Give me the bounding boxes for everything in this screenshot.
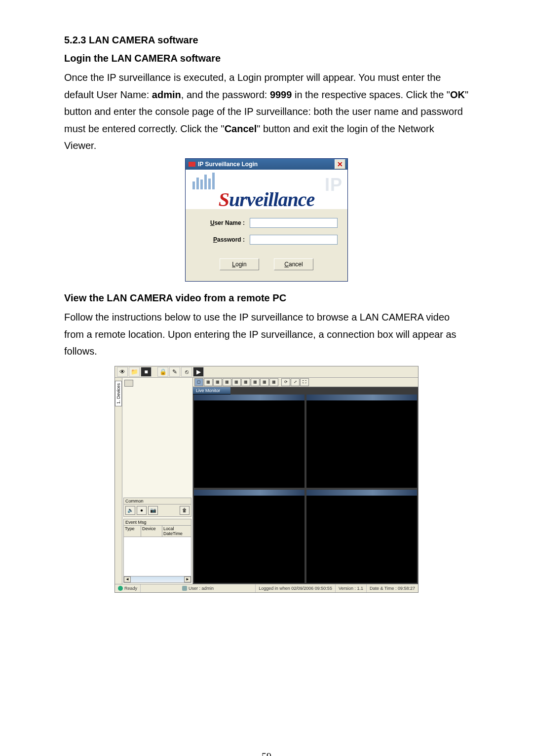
titlebar: IP Surveillance Login ✕ <box>186 159 347 170</box>
status-version: Version : 1.1 <box>336 584 367 592</box>
layout-16-icon[interactable]: ▦ <box>269 378 278 386</box>
common-title: Common <box>124 498 191 504</box>
toolbar-camera-icon[interactable]: ■ <box>141 367 152 377</box>
status-datetime: Date & Time : 09:58:27 <box>367 584 418 592</box>
toolbar-logout-icon[interactable]: ⎋ <box>181 367 192 377</box>
video-cell-3[interactable] <box>194 490 305 583</box>
event-msg-panel: Event Msg Type Device Local DateTime ◄ ► <box>123 519 191 583</box>
col-type[interactable]: Type <box>124 526 141 537</box>
side-tab-label: 1. Devices <box>115 381 122 406</box>
text-bold-cancel: Cancel <box>225 123 257 134</box>
video-cell-titlebar <box>306 490 417 496</box>
device-tree[interactable] <box>122 378 192 497</box>
video-cell-2[interactable] <box>306 395 417 488</box>
login-dialog: IP Surveillance Login ✕ IP Surveillance … <box>185 158 348 282</box>
video-cell-1[interactable] <box>194 395 305 488</box>
username-input[interactable] <box>250 218 338 228</box>
layout-seq-icon[interactable]: ⟳ <box>281 378 290 386</box>
layout-full-icon[interactable]: ⛶ <box>300 378 309 386</box>
layout-9-icon[interactable]: ▦ <box>251 378 260 386</box>
toolbar-folder-icon[interactable]: 📁 <box>129 367 140 377</box>
toolbar-exit-icon[interactable]: ▶ <box>193 367 204 377</box>
para-view-instructions: Follow the instructions below to use the… <box>64 309 469 360</box>
layout-8-icon[interactable]: ▦ <box>241 378 250 386</box>
common-speaker-icon[interactable]: 🔈 <box>125 506 135 515</box>
layout-4x4-icon[interactable]: ▦ <box>223 378 231 386</box>
app-icon <box>189 162 195 167</box>
layout-6-icon[interactable]: ▦ <box>232 378 241 386</box>
common-panel: Common 🔈 ● 📷 🗑 <box>123 498 191 517</box>
username-label: User Name : <box>195 219 250 226</box>
banner-text-red: S <box>219 188 229 209</box>
device-icon <box>124 380 133 387</box>
layout-bar: ▢ ▦ ▦ ▦ ▦ ▦ ▦ ▦ ▦ ⟳ ⤢ ⛶ <box>193 378 418 387</box>
video-cell-4[interactable] <box>306 490 417 583</box>
app-toolbar: 👁 📁 ■ 🔒 ✎ ⎋ ▶ <box>115 366 418 378</box>
event-msg-scrollbar[interactable]: ◄ ► <box>124 576 191 582</box>
subheading-login: Login the LAN CAMERA software <box>64 53 469 64</box>
status-user: User : admin <box>141 584 256 592</box>
status-logged-in: Logged in when 02/09/2006 09:50:55 <box>256 584 336 592</box>
status-ready: Ready <box>115 584 141 592</box>
titlebar-title: IP Surveillance Login <box>198 161 335 168</box>
toolbar-lock-icon[interactable]: 🔒 <box>157 367 168 377</box>
main-pane: ▢ ▦ ▦ ▦ ▦ ▦ ▦ ▦ ▦ ⟳ ⤢ ⛶ Live Monit <box>193 378 418 584</box>
layout-13-icon[interactable]: ▦ <box>260 378 269 386</box>
subheading-view-remote: View the LAN CAMERA video from a remote … <box>64 292 469 304</box>
section-heading-523: 5.2.3 LAN CAMERA software <box>64 35 469 46</box>
col-device[interactable]: Device <box>141 526 162 537</box>
event-msg-title: Event Msg <box>124 519 191 526</box>
scroll-left-icon[interactable]: ◄ <box>124 576 131 582</box>
layout-3x3-icon[interactable]: ▦ <box>213 378 222 386</box>
text-bold-ok: OK <box>450 89 465 100</box>
user-icon <box>182 586 187 591</box>
text-bold-9999: 9999 <box>270 89 292 100</box>
page-number: 59 <box>0 751 533 756</box>
common-delete-icon[interactable]: 🗑 <box>180 506 190 515</box>
close-icon[interactable]: ✕ <box>335 159 345 169</box>
video-cell-titlebar <box>194 490 305 496</box>
password-label: Password : <box>195 236 250 243</box>
text-bold-admin: admin <box>152 89 181 100</box>
col-localdatetime[interactable]: Local DateTime <box>162 526 191 537</box>
video-cell-titlebar <box>306 395 417 401</box>
scroll-right-icon[interactable]: ► <box>184 576 191 582</box>
live-monitor-tab[interactable]: Live Monitor <box>193 387 230 395</box>
text: in the respective spaces. Click the " <box>292 89 450 100</box>
toolbar-eye-icon[interactable]: 👁 <box>117 367 128 377</box>
video-cell-titlebar <box>194 395 305 401</box>
ip-surveillance-app: 👁 📁 ■ 🔒 ✎ ⎋ ▶ 1. Devices Common <box>114 366 419 593</box>
layout-1x1-icon[interactable]: ▢ <box>194 378 203 386</box>
banner-text-blue: urveillance <box>229 188 314 209</box>
cancel-button[interactable]: Cancel <box>274 258 313 270</box>
scroll-track[interactable] <box>131 576 184 582</box>
banner-text: Surveillance <box>219 188 315 209</box>
login-button[interactable]: Login <box>220 258 259 270</box>
login-banner: IP Surveillance <box>186 170 347 209</box>
status-ready-icon <box>118 586 123 591</box>
password-input[interactable] <box>250 235 338 245</box>
common-record-icon[interactable]: ● <box>137 506 147 515</box>
layout-zoom-icon[interactable]: ⤢ <box>291 378 300 386</box>
event-msg-list[interactable] <box>124 537 191 576</box>
banner-bars-icon <box>192 173 215 189</box>
common-snapshot-icon[interactable]: 📷 <box>148 506 158 515</box>
layout-2x2-icon[interactable]: ▦ <box>204 378 213 386</box>
video-grid <box>193 395 418 584</box>
left-pane: Common 🔈 ● 📷 🗑 Event Msg Type <box>122 378 193 584</box>
banner-ip-text: IP <box>325 175 343 195</box>
toolbar-tools-icon[interactable]: ✎ <box>169 367 180 377</box>
side-tab[interactable]: 1. Devices <box>115 378 122 584</box>
text: , and the password: <box>181 89 270 100</box>
statusbar: Ready User : admin Logged in when 02/09/… <box>115 584 418 592</box>
para-login-instructions: Once the IP surveillance is executed, a … <box>64 69 469 154</box>
event-msg-header: Type Device Local DateTime <box>124 526 191 537</box>
